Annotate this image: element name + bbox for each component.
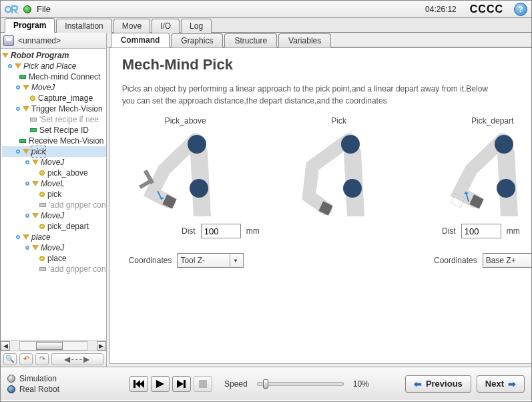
- tree-pick-wp[interactable]: pick: [2, 189, 106, 200]
- step-nav-button[interactable]: ◀---▶: [51, 353, 103, 365]
- run-status-icon: [23, 5, 31, 13]
- svg-marker-15: [140, 380, 144, 388]
- clock-display: 04:26:12: [425, 5, 457, 14]
- tab-installation[interactable]: Installation: [56, 19, 111, 33]
- approach-coord-group: Coordinates Tool Z- ▼: [129, 253, 244, 268]
- stop-icon: [199, 380, 207, 388]
- depart-coord-select[interactable]: Base Z+ ▼: [483, 253, 532, 268]
- svg-marker-16: [156, 380, 164, 388]
- tree-add-gripper-2[interactable]: 'add gripper con: [2, 264, 106, 274]
- file-menu[interactable]: File: [37, 4, 51, 14]
- program-tree[interactable]: Robot Program Pick and Place Mech-mind C…: [1, 49, 106, 340]
- tree-pick-depart[interactable]: pick_depart: [2, 221, 106, 232]
- program-tree-panel: <unnamed> Robot Program Pick and Place M…: [1, 33, 107, 367]
- tree-movel[interactable]: MoveL: [2, 178, 106, 189]
- dist-label-1: Dist: [172, 226, 196, 236]
- undo-button[interactable]: ↶: [19, 353, 33, 365]
- robot-col-depart: Pick_depart: [436, 116, 532, 218]
- tree-place-wp[interactable]: place: [2, 253, 106, 264]
- step-icon: [177, 380, 186, 388]
- tree-pick-and-place[interactable]: Pick and Place: [2, 61, 106, 71]
- tree-capture[interactable]: Capture_image: [2, 93, 106, 104]
- mm-label-2: mm: [507, 226, 520, 236]
- simulation-icon: [7, 375, 15, 383]
- zoom-button[interactable]: 🔍: [3, 353, 17, 365]
- tab-move[interactable]: Move: [113, 19, 150, 33]
- svg-point-0: [5, 6, 11, 11]
- robot-diagram-row: Pick_above Pick: [122, 116, 532, 218]
- real-robot-mode[interactable]: Real Robot: [7, 384, 124, 395]
- tree-receive[interactable]: Receive Mech-Vision: [2, 136, 106, 146]
- tree-pick-above[interactable]: pick_above: [2, 168, 106, 178]
- bottom-control-bar: Simulation Real Robot Speed 10% ⬅Previou…: [1, 367, 531, 400]
- save-icon[interactable]: [3, 35, 14, 46]
- approach-coord-select[interactable]: Tool Z- ▼: [177, 253, 244, 268]
- depart-distance-input[interactable]: [461, 224, 501, 238]
- robot-col-approach: Pick_above: [129, 116, 242, 218]
- col-title-approach: Pick_above: [129, 116, 242, 126]
- speed-percent: 10%: [353, 379, 369, 389]
- depart-coord-value: Base Z+: [486, 256, 516, 265]
- tree-mech-connect[interactable]: Mech-mind Connect: [2, 71, 106, 82]
- tree-movej-3[interactable]: MoveJ: [2, 210, 106, 221]
- robot-col-pick: Pick: [282, 116, 396, 218]
- robot-approach-icon: [132, 130, 239, 216]
- scroll-right-icon[interactable]: ▶: [97, 341, 106, 351]
- step-button[interactable]: [172, 376, 191, 392]
- run-mode-group: Simulation Real Robot: [7, 373, 124, 395]
- svg-point-1: [188, 135, 206, 154]
- tree-root[interactable]: Robot Program: [2, 50, 106, 61]
- program-toolbar: <unnamed>: [1, 33, 106, 49]
- scroll-left-icon[interactable]: ◀: [1, 341, 10, 351]
- tree-add-gripper-1[interactable]: 'add gripper con: [2, 200, 106, 210]
- next-button[interactable]: Next➡: [477, 375, 525, 393]
- tree-pick-selected[interactable]: pick: [2, 146, 106, 157]
- tree-nav-toolbar: 🔍 ↶ ↷ ◀---▶: [1, 351, 106, 367]
- svg-rect-13: [134, 380, 136, 388]
- approach-distance-input[interactable]: [201, 224, 241, 238]
- dist-label-2: Dist: [432, 226, 456, 236]
- rewind-button[interactable]: [129, 376, 148, 392]
- stop-button[interactable]: [194, 376, 212, 392]
- subtab-graphics[interactable]: Graphics: [171, 33, 223, 47]
- speed-slider[interactable]: [257, 382, 344, 386]
- tree-movej-4[interactable]: MoveJ: [2, 242, 106, 253]
- tree-horiz-scrollbar[interactable]: ◀ ▶: [1, 340, 106, 351]
- svg-point-7: [343, 179, 362, 198]
- svg-point-9: [495, 135, 513, 154]
- tab-io[interactable]: I/O: [152, 19, 180, 33]
- tab-program[interactable]: Program: [5, 18, 55, 33]
- robot-depart-icon: [439, 130, 532, 216]
- ur-logo-icon: [5, 3, 18, 15]
- col-title-depart: Pick_depart: [436, 116, 532, 126]
- main-content: <unnamed> Robot Program Pick and Place M…: [1, 33, 531, 367]
- rewind-icon: [134, 380, 144, 388]
- command-panel-area: Command Graphics Structure Variables Mec…: [107, 33, 532, 367]
- robot-pick-icon: [286, 130, 392, 216]
- scroll-thumb[interactable]: [36, 342, 63, 350]
- slider-knob[interactable]: [263, 379, 268, 389]
- subtab-structure[interactable]: Structure: [224, 33, 277, 47]
- simulation-mode[interactable]: Simulation: [7, 373, 124, 384]
- col-title-pick: Pick: [282, 116, 396, 126]
- program-name-label[interactable]: <unnamed>: [18, 36, 61, 45]
- previous-button[interactable]: ⬅Previous: [405, 375, 471, 393]
- mm-label-1: mm: [246, 226, 260, 236]
- tree-movej-1[interactable]: MoveJ: [2, 82, 106, 93]
- subtab-command[interactable]: Command: [111, 33, 170, 47]
- arrow-left-icon: ⬅: [414, 379, 422, 389]
- approach-coord-value: Tool Z-: [180, 256, 205, 265]
- redo-button[interactable]: ↷: [35, 353, 49, 365]
- tree-place[interactable]: place: [2, 232, 106, 242]
- play-button[interactable]: [151, 376, 170, 392]
- status-indicator: CCCC: [470, 3, 503, 15]
- tree-set-recipe-comment[interactable]: 'Set recipe if nee: [2, 114, 106, 125]
- subtab-variables[interactable]: Variables: [278, 33, 331, 47]
- tree-trigger[interactable]: Trigger Mech-Vision: [2, 104, 106, 114]
- magnifier-icon: 🔍: [5, 355, 15, 363]
- tree-set-recipe-id[interactable]: Set Recipe ID: [2, 125, 106, 136]
- tree-movej-2[interactable]: MoveJ: [2, 157, 106, 168]
- undo-icon: ↶: [23, 355, 29, 363]
- tab-log[interactable]: Log: [181, 19, 212, 33]
- help-icon[interactable]: ?: [514, 3, 527, 16]
